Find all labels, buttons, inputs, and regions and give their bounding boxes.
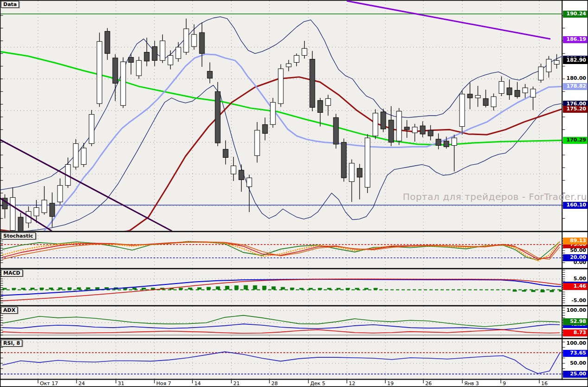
macd-histogram-bar	[21, 288, 26, 290]
macd-histogram-bar	[281, 287, 285, 290]
candle-up	[34, 207, 39, 216]
candle-down	[152, 46, 157, 60]
candle-down	[507, 88, 512, 95]
candle-down	[467, 94, 473, 98]
candle-down	[444, 141, 449, 147]
candle-up	[365, 138, 370, 187]
candle-up	[491, 97, 496, 107]
candle-up	[554, 60, 559, 64]
macd-histogram-bar	[133, 288, 137, 290]
macd-histogram-bar	[151, 288, 155, 290]
candle-down	[333, 117, 339, 144]
macd-histogram-bar	[225, 286, 230, 290]
candle-down	[428, 130, 433, 136]
candle-down	[18, 217, 23, 231]
candle-down	[50, 203, 55, 217]
candle-down	[239, 170, 244, 180]
macd-histogram-bar	[12, 288, 16, 290]
macd-histogram-bar	[31, 288, 35, 290]
candle-down	[404, 127, 409, 129]
macd-histogram-bar	[142, 288, 146, 290]
candle-down	[389, 120, 394, 142]
candle-down	[207, 71, 212, 78]
panel-title-adx[interactable]: ADX	[1, 307, 18, 314]
panel-title-macd[interactable]: MACD	[1, 270, 23, 277]
candle-up	[452, 138, 457, 145]
watermark: Портал для трейдеров - ForTrader.ru	[403, 191, 587, 202]
macd-histogram-bar	[49, 288, 53, 290]
macd-histogram-bar	[235, 285, 239, 290]
macd-histogram-bar	[253, 285, 257, 290]
candle-down	[515, 90, 520, 97]
macd-histogram-bar	[364, 288, 369, 290]
candle-up	[97, 41, 102, 103]
candle-up	[58, 186, 63, 202]
macd-histogram-bar	[244, 285, 248, 290]
macd-histogram-bar	[355, 288, 359, 290]
candle-up	[121, 62, 126, 105]
panel-title-data[interactable]: Data	[1, 1, 19, 8]
macd-histogram-bar	[374, 288, 378, 290]
candle-up	[81, 148, 86, 165]
candle-up	[42, 200, 47, 213]
candle-down	[223, 149, 228, 158]
macd-histogram-bar	[327, 288, 332, 290]
macd-histogram-bar	[531, 290, 536, 292]
macd-histogram-bar	[216, 286, 220, 290]
candle-up	[136, 60, 141, 76]
macd-histogram-bar	[68, 287, 72, 290]
candle-up	[270, 103, 275, 125]
candle-down	[381, 112, 386, 129]
candle-down	[128, 58, 134, 63]
macd-histogram-bar	[77, 287, 81, 290]
candle-down	[341, 142, 346, 178]
candle-down	[483, 98, 488, 105]
candle-up	[168, 55, 173, 65]
candle-up	[192, 34, 197, 46]
candle-up	[396, 111, 402, 141]
candle-up	[231, 166, 236, 174]
candle-down	[199, 32, 205, 53]
candle-up	[530, 89, 536, 97]
macd-histogram-bar	[198, 287, 202, 290]
candle-up	[255, 130, 260, 156]
macd-histogram-bar	[272, 286, 276, 290]
candle-up	[538, 67, 543, 80]
macd-histogram-bar	[309, 288, 313, 290]
candle-up	[460, 94, 465, 127]
candle-up	[247, 178, 252, 187]
candle-up	[184, 29, 189, 52]
candle-up	[326, 98, 331, 105]
macd-histogram-bar	[318, 288, 322, 290]
candle-up	[475, 96, 480, 98]
candle-up	[10, 198, 15, 231]
panel-title-rsi[interactable]: RSI, 8	[1, 340, 22, 347]
macd-histogram-bar	[96, 287, 100, 290]
candle-up	[302, 48, 307, 55]
macd-histogram-bar	[346, 288, 350, 290]
macd-histogram-bar	[290, 288, 294, 290]
candle-down	[436, 139, 441, 146]
candle-down	[262, 124, 268, 133]
candle-up	[286, 64, 291, 67]
macd-histogram-bar	[3, 288, 7, 290]
macd-histogram-bar	[550, 290, 554, 292]
candle-up	[294, 55, 299, 62]
macd-histogram-bar	[188, 288, 192, 290]
candle-down	[420, 126, 425, 134]
candle-up	[278, 69, 283, 103]
macd-histogram-bar	[522, 290, 526, 292]
macd-histogram-bar	[300, 288, 304, 290]
candle-up	[89, 115, 94, 144]
candle-down	[310, 59, 315, 108]
macd-histogram-bar	[541, 290, 545, 292]
candle-up	[373, 113, 378, 136]
candle-down	[113, 58, 118, 84]
macd-histogram-bar	[86, 287, 90, 290]
panel-title-stochastic[interactable]: Stochastic	[1, 232, 36, 239]
macd-histogram-bar	[179, 288, 183, 290]
candle-up	[499, 81, 504, 93]
candle-down	[105, 31, 110, 53]
macd-histogram-bar	[337, 288, 341, 290]
macd-histogram-bar	[40, 288, 44, 290]
